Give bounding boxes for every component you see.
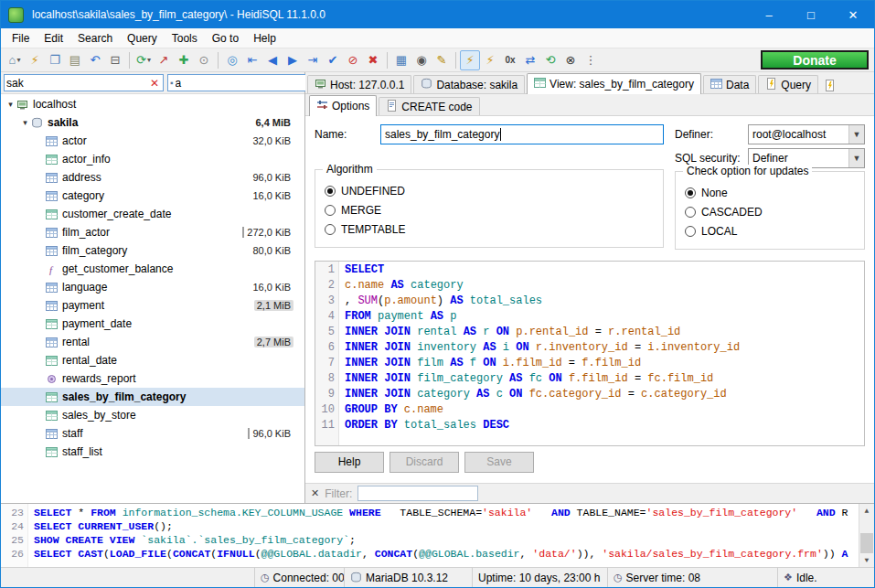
- menu-item-edit[interactable]: Edit: [37, 30, 70, 47]
- tree-item-payment[interactable]: payment2,1 MiB: [1, 296, 304, 315]
- table-filter-input[interactable]: [6, 77, 148, 90]
- web-icon[interactable]: ◎: [222, 50, 242, 70]
- radio-check-option-none[interactable]: None: [685, 183, 855, 202]
- radio-algorithm-temptable[interactable]: TEMPTABLE: [325, 219, 654, 239]
- close-button[interactable]: ✕: [832, 1, 874, 28]
- revert-icon[interactable]: ⊘: [343, 50, 363, 70]
- tree-item-sales-by-film-category[interactable]: sales_by_film_category: [1, 388, 304, 406]
- scroll-down-icon[interactable]: ▼: [859, 553, 874, 567]
- session-manager-icon[interactable]: ⌂▾: [5, 50, 25, 70]
- run-selection-icon[interactable]: ⚡: [480, 50, 500, 70]
- last-row-icon[interactable]: ⇥: [303, 50, 323, 70]
- menu-item-go-to[interactable]: Go to: [205, 30, 246, 47]
- delete-row-icon[interactable]: ✖: [363, 50, 383, 70]
- menu-item-tools[interactable]: Tools: [165, 30, 205, 47]
- scrollbar-thumb[interactable]: [860, 533, 873, 553]
- print-icon[interactable]: ⊟: [105, 50, 125, 70]
- tree-item-label: film_category: [61, 244, 127, 257]
- tree-item-language[interactable]: language16,0 KiB: [1, 278, 304, 296]
- menu-item-query[interactable]: Query: [120, 30, 165, 47]
- overflow-icon[interactable]: ⋮: [581, 50, 601, 70]
- tree-item-rental[interactable]: rental2,7 MiB: [1, 333, 304, 351]
- scroll-up-icon[interactable]: ▲: [859, 504, 874, 518]
- expander-icon[interactable]: ▾: [5, 100, 16, 109]
- subtab-create-code[interactable]: CREATE code: [379, 97, 479, 115]
- help-button[interactable]: Help: [315, 452, 384, 473]
- view-name-input[interactable]: sales_by_film_category: [380, 124, 664, 144]
- previous-row-icon[interactable]: ◀: [262, 50, 283, 70]
- menu-item-search[interactable]: Search: [70, 30, 120, 47]
- insert-icon[interactable]: ✚: [174, 50, 194, 70]
- next-row-icon[interactable]: ▶: [283, 50, 303, 70]
- copy-icon[interactable]: ❐: [45, 50, 65, 70]
- donate-button[interactable]: Donate: [761, 50, 869, 69]
- run-icon[interactable]: ⚡: [460, 50, 480, 70]
- stop-icon[interactable]: ⊗: [560, 50, 581, 70]
- scrollbar-track[interactable]: [859, 518, 874, 553]
- first-row-icon[interactable]: ⇤: [242, 50, 262, 70]
- disconnect-icon[interactable]: ⚡: [25, 50, 45, 70]
- reconnect-icon[interactable]: ⟲: [540, 50, 560, 70]
- tree-item-rental-date[interactable]: rental_date: [1, 351, 304, 369]
- heidisql-window: localhost\sakila\sales_by_film_category\…: [0, 0, 875, 588]
- toolbar-separator: [387, 52, 388, 69]
- tab-data[interactable]: Data: [703, 75, 756, 93]
- tree-item-category[interactable]: category16,0 KiB: [1, 187, 304, 205]
- post-changes-icon[interactable]: ✔: [323, 50, 343, 70]
- tree-item-film-category[interactable]: film_category80,0 KiB: [1, 241, 304, 260]
- discard-button[interactable]: Discard: [389, 452, 459, 473]
- hex-icon[interactable]: 0x: [500, 50, 520, 70]
- undo-icon[interactable]: ↶: [85, 50, 105, 70]
- tree-item-film-actor[interactable]: film_actor272,0 KiB: [1, 223, 304, 241]
- tab-view-sales-by-film-category[interactable]: View: sales_by_film_category: [527, 73, 701, 94]
- tree-item-rewards-report[interactable]: rewards_report: [1, 369, 304, 388]
- code-line: c.name AS category: [345, 278, 864, 294]
- tab-query[interactable]: Query: [758, 75, 818, 93]
- minimize-button[interactable]: –: [748, 1, 790, 28]
- sql-editor[interactable]: 1234567891011 SELECTc.name AS category, …: [315, 261, 865, 446]
- sql-log-panel[interactable]: 23242526 SELECT * FROM information_schem…: [1, 503, 874, 567]
- tree-item-payment-date[interactable]: payment_date: [1, 315, 304, 333]
- clear-table-filter-icon[interactable]: ✕: [148, 77, 161, 90]
- subtab-options[interactable]: Options: [309, 95, 377, 116]
- maximize-button[interactable]: □: [790, 1, 832, 28]
- export-icon[interactable]: ↗: [154, 50, 174, 70]
- radio-algorithm-undefined[interactable]: UNDEFINED: [325, 181, 654, 200]
- tree-item-customer-create-date[interactable]: customer_create_date: [1, 205, 304, 223]
- tab-database-sakila[interactable]: Database: sakila: [413, 75, 525, 93]
- expander-icon[interactable]: ▾: [19, 118, 31, 127]
- view-options-pane: Name: sales_by_film_category Algorithm U…: [305, 116, 874, 483]
- database-icon: [31, 117, 47, 129]
- tree-item-staff[interactable]: staff96,0 KiB: [1, 424, 304, 443]
- tree-item-localhost[interactable]: ▾localhost: [1, 95, 304, 113]
- new-query-tab-icon[interactable]: [820, 80, 839, 93]
- data-filter-input[interactable]: [176, 77, 317, 90]
- close-filter-icon[interactable]: ✕: [311, 487, 319, 499]
- refresh-icon[interactable]: ⟳▾: [133, 50, 154, 70]
- pin-icon[interactable]: ⊙: [194, 50, 214, 70]
- tree-item-staff-list[interactable]: staff_list: [1, 443, 304, 461]
- tree-item-sales-by-store[interactable]: sales_by_store: [1, 406, 304, 424]
- find-icon[interactable]: ◉: [411, 50, 432, 70]
- tree-item-actor-info[interactable]: actor_info: [1, 150, 304, 168]
- definer-combobox[interactable]: root@localhost ▼: [748, 124, 865, 144]
- radio-algorithm-merge[interactable]: MERGE: [325, 200, 654, 219]
- menu-item-help[interactable]: Help: [246, 30, 283, 47]
- tree-item-address[interactable]: address96,0 KiB: [1, 168, 304, 187]
- paste-icon[interactable]: ▤: [65, 50, 85, 70]
- filter-input[interactable]: [357, 486, 478, 501]
- tree-item-sakila[interactable]: ▾sakila6,4 MiB: [1, 113, 304, 132]
- menu-item-file[interactable]: File: [5, 30, 37, 47]
- save-button[interactable]: Save: [464, 452, 534, 473]
- tree-item-actor[interactable]: actor32,0 KiB: [1, 132, 304, 150]
- toolbar-icons: ⌂▾⚡❐▤↶⊟⟳▾↗✚⊙◎⇤◀▶⇥✔⊘✖▦◉✎⚡⚡0x⇄⟲⊗⋮: [5, 50, 601, 70]
- definer-value: root@localhost: [749, 128, 848, 141]
- tab-host-127-0-0-1[interactable]: Host: 127.0.0.1: [307, 75, 411, 93]
- grid-icon[interactable]: ▦: [391, 50, 411, 70]
- goto-icon[interactable]: ⇄: [520, 50, 540, 70]
- edit-icon[interactable]: ✎: [432, 50, 452, 70]
- tree-item-get-customer-balance[interactable]: fget_customer_balance: [1, 260, 304, 278]
- log-scrollbar[interactable]: ▲ ▼: [859, 504, 874, 567]
- radio-check-option-cascaded[interactable]: CASCADED: [685, 202, 855, 221]
- radio-check-option-local[interactable]: LOCAL: [685, 221, 855, 241]
